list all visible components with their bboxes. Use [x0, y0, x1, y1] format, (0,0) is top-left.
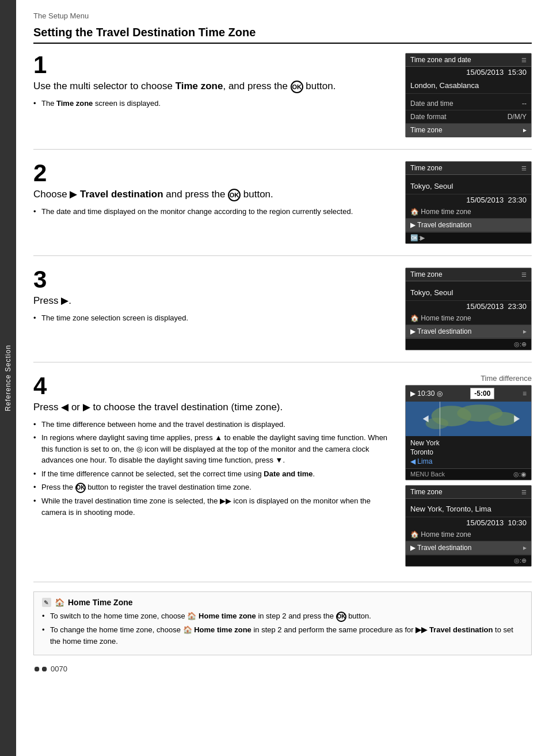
cam-ui-2-travel-label: ▶ Travel destination: [410, 221, 471, 229]
step-4-bullet-1: The time difference between home and the…: [33, 419, 394, 430]
cam-ui-3-menu-icon: ☰: [521, 272, 527, 278]
cam-ui-1-city: London, Casablanca: [406, 78, 531, 94]
cam-ui-2-menu-icon: ☰: [521, 165, 527, 171]
pencil-icon: ✎: [42, 598, 51, 607]
step-2-bullet-1: The date and time displayed on the monit…: [33, 206, 394, 217]
step-3-left: 3 Press ▶. The time zone selection scree…: [33, 268, 394, 350]
cam-ui-4b-row-home: 🏠 Home time zone: [406, 528, 531, 541]
step-4-bullets: The time difference between home and the…: [33, 419, 394, 518]
step-4-container: 4 Press ◀ or ▶ to choose the travel dest…: [33, 374, 532, 582]
note-bullet-1: To switch to the home time zone, choose …: [42, 610, 523, 622]
main-content: The Setup Menu Setting the Travel Destin…: [16, 0, 549, 756]
time-diff-label: Time difference: [405, 374, 532, 383]
cam-ui-1-title: Time zone and date: [410, 56, 471, 64]
step-1-left: 1 Use the multi selector to choose Time …: [33, 53, 394, 138]
step-4-title: Press ◀ or ▶ to choose the travel destin…: [33, 400, 394, 414]
step-2: 2 Choose ▶ Travel destination and press …: [33, 161, 532, 256]
ok-button-icon: OK: [291, 81, 303, 93]
footer-page: 0070: [51, 665, 67, 673]
cam-ui-3-title: Time zone: [410, 270, 443, 278]
cam-ui-4b-title: Time zone: [410, 488, 443, 496]
footer-dots: ⏺⏺: [33, 665, 48, 673]
cam-ui-4b: Time zone ☰ New York, Toronto, Lima 15/0…: [405, 485, 532, 567]
cam-ui-3-bottom-right: ◎:⊕: [514, 341, 527, 348]
step-3: 3 Press ▶. The time zone selection scree…: [33, 268, 532, 362]
cam-ui-2-row-home: 🏠 Home time zone: [406, 205, 531, 219]
cam-ui-2-bottom: 🆗:▶: [406, 232, 531, 243]
cam-ui-3: Time zone ☰ Tokyo, Seoul 15/05/2013 23:3…: [405, 268, 532, 350]
map-top-bar: ▶ 10:30 ◎ -5:00 ≡: [406, 385, 531, 402]
cam-ui-3-home-label: 🏠 Home time zone: [410, 314, 471, 322]
cam-ui-4b-header: Time zone ☰: [406, 486, 531, 499]
note-title-text: Home Time Zone: [68, 598, 133, 607]
map-area: [406, 402, 531, 436]
time-diff-box: -5:00: [470, 388, 494, 399]
cam-ui-3-header: Time zone ☰: [406, 268, 531, 281]
step-2-title: Choose ▶ Travel destination and press th…: [33, 188, 394, 201]
note-title: ✎ 🏠 Home Time Zone: [42, 598, 523, 607]
cam-ui-1-header: Time zone and date ☰: [406, 54, 531, 67]
note-box: ✎ 🏠 Home Time Zone To switch to the home…: [33, 591, 532, 655]
svg-text:✎: ✎: [44, 600, 48, 606]
step-4-bullet-5: While the travel destination time zone i…: [33, 495, 394, 518]
map-menu-icon: ≡: [523, 390, 527, 398]
cam-ui-4b-travel-label: ▶ Travel destination: [410, 544, 471, 552]
step-2-left: 2 Choose ▶ Travel destination and press …: [33, 161, 394, 244]
note-bullet-2: To change the home time zone, choose 🏠 H…: [42, 624, 523, 647]
step-4-number: 4: [33, 374, 394, 398]
step-4-bullet-4: Press the OK button to register the trav…: [33, 482, 394, 493]
cam-ui-2-bottom-text: 🆗:▶: [410, 234, 425, 242]
step-3-bullet-1: The time zone selection screen is displa…: [33, 312, 394, 324]
cam-ui-2-home-label: 🏠 Home time zone: [410, 208, 471, 216]
step-2-ui: Time zone ☰ Tokyo, Seoul 15/05/2013 23:3…: [405, 161, 532, 244]
step-2-number: 2: [33, 161, 394, 185]
map-arrow-label: ▶ 10:30 ◎: [410, 390, 443, 398]
cam-ui-1-date-time-label: Date and time: [410, 100, 453, 108]
cam-ui-2-city: Tokyo, Seoul: [406, 178, 531, 194]
cam-ui-3-row-home: 🏠 Home time zone: [406, 312, 531, 325]
map-svg: [406, 402, 531, 436]
page-container: Reference Section The Setup Menu Setting…: [0, 0, 549, 756]
side-tab: Reference Section: [0, 0, 16, 756]
step-4-bullet-3: If the time difference cannot be selecte…: [33, 468, 394, 480]
step-2-bullets: The date and time displayed on the monit…: [33, 206, 394, 217]
cam-ui-1: Time zone and date ☰ 15/05/2013 15:30 Lo…: [405, 53, 532, 138]
cam-ui-1-date-format-label: Date format: [410, 113, 447, 121]
cam-ui-4b-home-label: 🏠 Home time zone: [410, 530, 471, 539]
cam-ui-1-row-timezone: Time zone ▸: [406, 124, 531, 137]
step-4: 4 Press ◀ or ▶ to choose the travel dest…: [33, 374, 532, 567]
map-ok-label: ◎:◉: [513, 471, 527, 478]
map-city-lima: ◀ Lima: [410, 457, 527, 466]
cam-ui-3-travel-label: ▶ Travel destination: [410, 327, 471, 335]
page-header: The Setup Menu: [33, 12, 532, 20]
cam-ui-2-row-travel: ▶ Travel destination: [406, 219, 531, 232]
cam-ui-4b-arrow: ▸: [523, 544, 527, 552]
map-back-label: MENU Back: [410, 471, 445, 478]
step-1: 1 Use the multi selector to choose Time …: [33, 53, 532, 150]
cam-ui-1-date-time-value: --: [522, 100, 527, 108]
cam-ui-4b-menu-icon: ☰: [521, 489, 527, 495]
ok-button-2-icon: OK: [228, 189, 241, 201]
cam-ui-1-row-date-format: Date format D/M/Y: [406, 110, 531, 124]
cam-ui-2: Time zone ☰ Tokyo, Seoul 15/05/2013 23:3…: [405, 161, 532, 244]
cam-ui-1-row-date-time: Date and time --: [406, 97, 531, 110]
map-ui: ▶ 10:30 ◎ -5:00 ≡: [405, 385, 532, 480]
side-tab-label: Reference Section: [4, 345, 12, 411]
cam-ui-3-city: Tokyo, Seoul: [406, 285, 531, 301]
cam-ui-1-timezone-arrow: ▸: [523, 126, 527, 134]
note-bullets: To switch to the home time zone, choose …: [42, 610, 523, 647]
cam-ui-4b-bottom: ◎:⊕: [406, 555, 531, 566]
cam-ui-3-row-travel: ▶ Travel destination ▸: [406, 325, 531, 338]
step-1-bullets: The Time zone screen is displayed.: [33, 98, 394, 109]
map-bottom-bar: MENU Back ◎:◉: [406, 468, 531, 480]
home-icon-note: 🏠: [55, 598, 64, 607]
section-title: Setting the Travel Destination Time Zone: [33, 26, 532, 44]
step-3-number: 3: [33, 268, 394, 292]
step-1-ui: Time zone and date ☰ 15/05/2013 15:30 Lo…: [405, 53, 532, 138]
step-3-bullets: The time zone selection screen is displa…: [33, 312, 394, 324]
map-cities: New York Toronto ◀ Lima: [406, 436, 531, 468]
cam-ui-1-menu-icon: ☰: [521, 57, 527, 63]
step-4-left: 4 Press ◀ or ▶ to choose the travel dest…: [33, 374, 394, 567]
svg-point-4: [426, 418, 449, 429]
cam-ui-3-datetime: 15/05/2013 23:30: [406, 301, 531, 312]
